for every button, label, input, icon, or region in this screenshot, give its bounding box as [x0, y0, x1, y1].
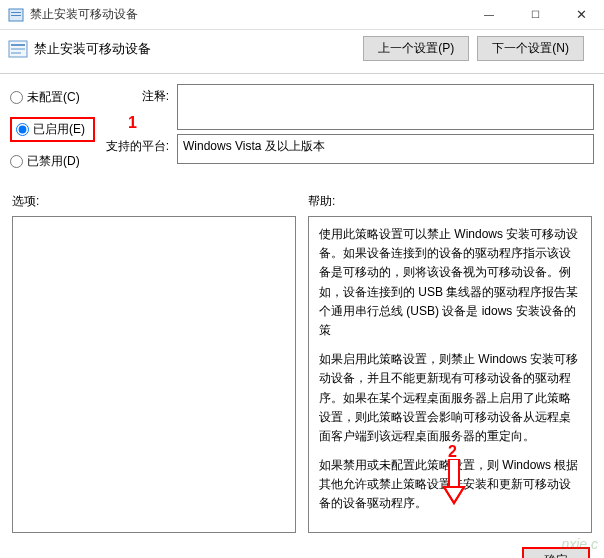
window-buttons: — ☐ ✕ [466, 0, 604, 30]
svg-rect-1 [11, 12, 21, 13]
prev-setting-button[interactable]: 上一个设置(P) [363, 36, 469, 61]
header: 禁止安装可移动设备 上一个设置(P) 下一个设置(N) [0, 30, 604, 73]
svg-rect-5 [11, 48, 25, 50]
radio-not-configured-label[interactable]: 未配置(C) [27, 89, 80, 106]
platform-box: Windows Vista 及以上版本 [177, 134, 594, 164]
policy-header-icon [8, 39, 28, 59]
options-label: 选项: [12, 193, 296, 210]
svg-rect-6 [11, 52, 21, 54]
comment-label: 注释: [105, 84, 169, 105]
platform-label: 支持的平台: [105, 134, 169, 155]
minimize-button[interactable]: — [466, 0, 512, 30]
policy-icon [8, 7, 24, 23]
radio-disabled-label[interactable]: 已禁用(D) [27, 153, 80, 170]
radio-not-configured[interactable] [10, 91, 23, 104]
svg-rect-2 [11, 15, 21, 16]
radio-enabled[interactable] [16, 123, 29, 136]
svg-rect-4 [11, 44, 25, 46]
titlebar: 禁止安装可移动设备 — ☐ ✕ [0, 0, 604, 30]
config-section: 未配置(C) 已启用(E) 已禁用(D) 注释: 支持的平台: Windows … [0, 82, 604, 185]
ok-button[interactable]: 确定 [522, 547, 590, 558]
help-p2: 如果启用此策略设置，则禁止 Windows 安装可移动设备，并且不能更新现有可移… [319, 350, 581, 446]
radio-disabled[interactable] [10, 155, 23, 168]
help-p1: 使用此策略设置可以禁止 Windows 安装可移动设备。如果设备连接到的设备的驱… [319, 225, 581, 340]
arrow-icon [440, 459, 468, 510]
state-radios: 未配置(C) 已启用(E) 已禁用(D) [10, 86, 95, 181]
maximize-button[interactable]: ☐ [512, 0, 558, 30]
svg-rect-9 [450, 460, 458, 488]
help-label: 帮助: [308, 193, 592, 210]
divider [0, 73, 604, 74]
radio-enabled-label[interactable]: 已启用(E) [33, 121, 85, 138]
comment-input[interactable] [177, 84, 594, 130]
annotation-1: 1 [128, 114, 137, 132]
lower-section: 选项: 帮助: 使用此策略设置可以禁止 Windows 安装可移动设备。如果设备… [0, 185, 604, 537]
next-setting-button[interactable]: 下一个设置(N) [477, 36, 584, 61]
options-panel[interactable] [12, 216, 296, 533]
page-title: 禁止安装可移动设备 [34, 40, 363, 58]
close-button[interactable]: ✕ [558, 0, 604, 30]
footer: 确定 [0, 537, 604, 558]
window-title: 禁止安装可移动设备 [30, 6, 466, 23]
